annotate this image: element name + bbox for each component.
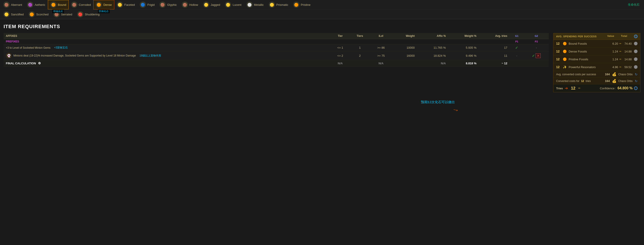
affix-row-2: 👻 Minions deal (19-22)% increased Damage… [4,51,549,60]
spending-qty-1: 12 [556,50,560,53]
fossil-item-bound[interactable]: 🟠 Bound 绑魂化石 [48,0,69,9]
spending-circle-3 [634,65,638,69]
th-ilvl: iLvl [370,33,392,39]
fossil-item-lucent[interactable]: 🟡 Lucent [222,0,244,9]
content-area: AFFIXES Tier Tiers iLvl Weight Affix % W… [4,33,640,129]
row2-check-icon: ✓ [532,54,535,58]
converted-tries-bold: 12 [581,79,584,83]
affix-row1-avg-tries: 17 [479,44,510,51]
tries-label: Tries [556,87,563,90]
fossil-item-pristine[interactable]: 🟠 Pristine [291,0,313,9]
prefix-weight-empty [392,39,417,44]
corroded-label: Corroded [79,3,91,6]
refresh-icon-2[interactable]: ↻ [635,79,638,83]
faceted-label: Faceted [124,3,135,6]
row1-check-icon: ✓ [515,46,518,50]
affix-row2-weight: 16000 [392,51,417,60]
tries-row: Tries ➜ 12 ✏ Confidence : 64.800 % ⓘ [554,84,640,92]
final-calc-tiers-empty [350,60,370,66]
th-weight-pct: Weight % [448,33,479,39]
spending-icon-3: ✨ [562,64,567,70]
spending-circle-2 [634,57,638,61]
fossil-item-metallic[interactable]: ⚪ Metallic [244,0,266,9]
fossil-item-frigid[interactable]: 🔵 Frigid [137,0,157,9]
th-affixes: AFFIXES [4,33,331,39]
chaos-text-2: Chaos Orbs [618,79,632,83]
spending-pencil-3[interactable]: ✏ [620,66,622,69]
fossil-item-dense[interactable]: 🟠 Dense 防御化石 [93,0,114,9]
p2-header-cell: P2 [524,39,549,44]
th-affix-pct: Affix % [417,33,448,39]
shuddering-icon: 🔴 [77,11,84,17]
tries-pencil-icon[interactable]: ✏ [578,87,580,90]
row2-p1-dash: - [516,54,517,57]
affix-row1-affix-pct: 11.765 % [417,44,448,51]
affix-row2-p2[interactable]: ✓ ✕ [524,51,549,60]
spending-total-3: 59.52 [623,65,632,69]
bound-cn-tooltip: 绑魂化石 [52,9,64,13]
spending-total-2: 14.88 [623,58,632,61]
prefix-wpct-empty [448,39,479,44]
spending-pencil-0[interactable]: ✏ [620,42,622,45]
prefix-tries-empty [479,39,510,44]
glyphic-label: Glyphic [167,3,177,6]
spending-name-1: Dense Fossils [569,50,609,53]
pristine-label: Pristine [301,3,310,6]
row1-p2-dash: - [536,46,537,49]
refresh-icon-1[interactable]: ↻ [635,73,638,76]
fossil-item-corroded[interactable]: 🟤 Corroded [69,0,93,9]
fossil-item-scorched[interactable]: 🟠 Scorched [26,9,51,19]
affix-row1-weight: 10000 [392,44,417,51]
th-g2: G2 [524,33,549,39]
final-calc-row: FINAL CALCULATION ⚙ N/A N/A N/A 8.818 % … [4,60,549,66]
final-calc-tier: N/A [331,60,350,66]
final-calc-weight-pct: 8.818 % [448,60,479,66]
corroded-icon: 🟤 [71,1,77,8]
scorched-label: Scorched [36,13,48,16]
metallic-label: Metallic [254,3,264,6]
tries-value: 12 [570,86,576,91]
fossil-item-jagged[interactable]: 🟡 Jagged [200,0,223,9]
affix-row2-weight-pct: 9.496 % [448,51,479,60]
lucent-icon: 🟡 [225,1,231,8]
spending-value-0: 6.20 [610,42,618,45]
spending-circle-1 [634,50,638,53]
final-calc-avg-tries: ~ 12 [479,60,510,66]
spending-row-3: 12 ✨ Powerful Resonators 4.96 ✏ 59.52 [554,63,640,71]
spending-pencil-2[interactable]: ✏ [620,58,622,61]
confidence-info-icon[interactable]: ⓘ [634,86,638,90]
final-calc-gear-icon[interactable]: ⚙ [38,61,41,65]
spending-pencil-1[interactable]: ✏ [620,50,622,53]
confidence-value: 64.800 % [618,86,632,90]
final-calc-affix-pct: N/A [417,60,448,66]
row2-x-icon[interactable]: ✕ [536,53,541,58]
th-g1: G1 [510,33,524,39]
prefix-header-row: PREFIXES P1 P2 [4,39,549,44]
converted-label-2: Converted costs for 12 tries [556,79,604,83]
fossil-item-hollow[interactable]: 🟤 Hollow [179,0,200,9]
fossil-item-aberrant[interactable]: 🟤 Aberrant [1,0,24,9]
fossil-item-glyphic[interactable]: 🟤 Glyphic [157,0,179,9]
affix-row1-weight-pct: 5.935 % [448,44,479,51]
spending-qty-0: 12 [556,42,560,45]
spending-info-icon[interactable]: ⓘ [634,35,638,38]
fossil-item-aetheric[interactable]: 🟣 Aetheric [24,0,48,9]
fossil-item-sanctified[interactable]: 🟡 Sanctified [1,9,26,19]
col-total-label: Total [621,35,627,38]
spending-col-labels: Value Total ⓘ [607,35,638,38]
aetheric-icon: 🟣 [27,1,33,8]
spending-row-0: 12 🟠 Bound Fossils 6.20 ✏ 74.40 [554,40,640,47]
affix-row2-p1: - [510,51,524,60]
spending-circle-0 [634,42,638,45]
affix-row1-name: +3 to Level of Socketed Minion Gems [6,46,50,49]
final-calc-label: FINAL CALCULATION [6,62,36,65]
fossil-row-2: 🟡 Sanctified 🟠 Scorched 🟤 Serrated 🔴 Shu… [0,9,644,19]
frigid-icon: 🔵 [140,1,146,8]
spending-value-3: 4.96 [610,65,618,69]
fossil-item-faceted[interactable]: 🟡 Faceted [114,0,137,9]
spending-name-2: Pristine Fossils [569,58,609,61]
hollow-label: Hollow [190,3,198,6]
affix-row2-ilvl: >= 75 [370,51,392,60]
final-calc-p2-empty [524,60,549,66]
fossil-item-prismatic[interactable]: 🟡 Prismatic [266,0,291,9]
